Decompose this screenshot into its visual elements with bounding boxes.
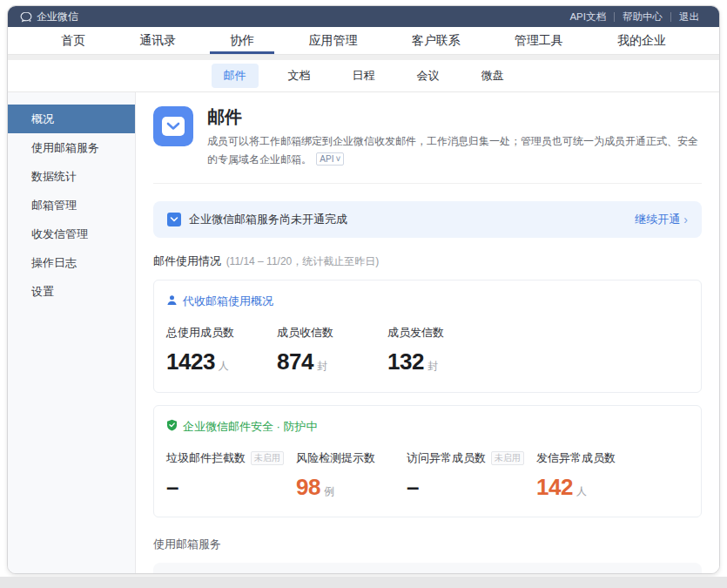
- mail-app-icon: [153, 106, 193, 146]
- api-label: API: [320, 153, 333, 165]
- stat-unit: 人: [219, 360, 229, 372]
- stat-unit: 例: [324, 485, 334, 497]
- nav-collaboration[interactable]: 协作: [221, 27, 263, 54]
- stat-label: 发信异常成员数: [536, 450, 647, 466]
- domain-row: 企业域名 tangyun.com 开通中 继续开通 ···: [153, 563, 702, 573]
- disabled-badge: 未启用: [251, 451, 284, 465]
- stat-value: 132封: [387, 349, 498, 375]
- main-content: 邮件 成员可以将工作邮箱绑定到企业微信收发邮件，工作消息归集一处；管理员也可统一…: [136, 92, 719, 573]
- notice-text: 企业微信邮箱服务尚未开通完成: [189, 212, 347, 227]
- app-header: 邮件 成员可以将工作邮箱绑定到企业微信收发邮件，工作消息归集一处；管理员也可统一…: [153, 106, 702, 169]
- stat-number: 874: [277, 348, 313, 375]
- tab-drive[interactable]: 微盘: [469, 64, 516, 88]
- admin-window: 企业微信 API文档 帮助中心 退出 首页 通讯录 协作 应用管理 客户联系 管…: [7, 5, 720, 574]
- sidebar-item-send-receive[interactable]: 收发信管理: [8, 220, 135, 248]
- setup-notice-banner: 企业微信邮箱服务尚未开通完成 继续开通›: [153, 201, 702, 238]
- tab-calendar[interactable]: 日程: [340, 64, 387, 88]
- stat-value: 98例: [296, 475, 407, 500]
- api-docs-link[interactable]: API文档: [562, 10, 614, 24]
- usage-title: 邮件使用情况: [153, 254, 221, 267]
- nav-contacts[interactable]: 通讯录: [131, 27, 185, 54]
- chevron-down-icon: ˅: [335, 153, 340, 165]
- stat-number: –: [166, 474, 178, 500]
- stat-spam-blocked: 垃圾邮件拦截数未启用 –: [166, 450, 296, 500]
- stat-label: 总使用成员数: [166, 325, 277, 341]
- stat-total-members: 总使用成员数 1423人: [166, 325, 277, 375]
- disabled-badge: 未启用: [491, 451, 524, 465]
- sidebar: 概况 使用邮箱服务 数据统计 邮箱管理 收发信管理 操作日志 设置: [8, 92, 136, 573]
- app-description-text: 成员可以将工作邮箱绑定到企业微信收发邮件，工作消息归集一处；管理员也可统一为成员…: [207, 135, 698, 166]
- tab-meeting[interactable]: 会议: [405, 64, 452, 88]
- overview-card-title: 代收邮箱使用概况: [166, 294, 689, 309]
- nav-customer-contact[interactable]: 客户联系: [403, 27, 469, 54]
- security-card-title: 企业微信邮件安全 · 防护中: [166, 419, 689, 435]
- mail-notice-icon: [167, 213, 181, 226]
- sidebar-item-statistics[interactable]: 数据统计: [8, 162, 135, 191]
- usage-section-label: 邮件使用情况 (11/14 – 11/20，统计截止至昨日): [153, 253, 702, 269]
- stat-number: 132: [387, 348, 424, 375]
- stat-unit: 人: [576, 485, 587, 497]
- stat-abnormal-access: 访问异常成员数未启用 –: [407, 450, 536, 500]
- stat-risk-alerts: 风险检测提示数 98例: [296, 450, 407, 500]
- app-description: 成员可以将工作邮箱绑定到企业微信收发邮件，工作消息归集一处；管理员也可统一为成员…: [207, 132, 702, 169]
- sidebar-item-mailbox-management[interactable]: 邮箱管理: [8, 191, 135, 220]
- stat-number: –: [407, 474, 419, 500]
- stat-number: 142: [536, 474, 573, 500]
- mailbox-usage-card: 代收邮箱使用概况 总使用成员数 1423人 成员收信数 874封 成员发信数 1…: [153, 280, 702, 393]
- stat-abnormal-senders: 发信异常成员数 142人: [536, 450, 647, 500]
- sidebar-item-operation-log[interactable]: 操作日志: [8, 248, 135, 277]
- help-center-link[interactable]: 帮助中心: [615, 10, 670, 24]
- api-dropdown[interactable]: API˅: [316, 152, 344, 166]
- sidebar-item-settings[interactable]: 设置: [8, 277, 135, 306]
- stat-label: 风险检测提示数: [296, 450, 407, 466]
- page-title: 邮件: [207, 106, 702, 127]
- overview-stats: 总使用成员数 1423人 成员收信数 874封 成员发信数 132封: [166, 325, 689, 375]
- stat-value: 874封: [277, 349, 387, 375]
- logout-link[interactable]: 退出: [671, 10, 707, 24]
- brand: 企业微信: [20, 10, 78, 24]
- continue-setup-label: 继续开通: [635, 212, 680, 227]
- stat-received-mails: 成员收信数 874封: [277, 325, 387, 375]
- nav-admin-tools[interactable]: 管理工具: [506, 27, 572, 54]
- stat-label: 垃圾邮件拦截数未启用: [166, 450, 296, 466]
- topbar: 企业微信 API文档 帮助中心 退出: [8, 6, 719, 27]
- sidebar-item-mail-service[interactable]: 使用邮箱服务: [8, 133, 135, 162]
- stat-label: 成员收信数: [277, 325, 387, 341]
- page-background-strip: [0, 577, 727, 588]
- stat-label: 访问异常成员数未启用: [407, 450, 536, 466]
- usage-date-range: (11/14 – 11/20，统计截止至昨日): [226, 255, 380, 267]
- stat-sent-mails: 成员发信数 132封: [387, 325, 498, 375]
- main-nav: 首页 通讯录 协作 应用管理 客户联系 管理工具 我的企业: [8, 27, 719, 55]
- service-section-label: 使用邮箱服务: [153, 537, 702, 552]
- mail-security-card: 企业微信邮件安全 · 防护中 垃圾邮件拦截数未启用 – 风险检测提示数 98例 …: [153, 405, 702, 518]
- stat-number: 1423: [166, 348, 215, 375]
- stat-label-text: 垃圾邮件拦截数: [166, 450, 246, 466]
- nav-my-company[interactable]: 我的企业: [609, 27, 675, 54]
- stat-value: 142人: [536, 475, 647, 500]
- stat-value: –: [407, 475, 536, 500]
- nav-home[interactable]: 首页: [52, 27, 94, 54]
- nav-app-management[interactable]: 应用管理: [300, 27, 366, 54]
- stat-value: –: [166, 475, 296, 500]
- stat-label: 成员发信数: [387, 325, 498, 341]
- stat-number: 98: [296, 474, 320, 500]
- wecom-logo-icon: [20, 11, 32, 23]
- security-card-title-text: 企业微信邮件安全 · 防护中: [183, 419, 318, 435]
- sub-nav: 邮件 文档 日程 会议 微盘: [8, 60, 719, 92]
- shield-icon: [166, 419, 178, 434]
- topbar-links: API文档 帮助中心 退出: [562, 10, 707, 24]
- brand-name: 企业微信: [37, 10, 78, 24]
- stat-unit: 封: [317, 360, 327, 372]
- continue-setup-link[interactable]: 继续开通›: [635, 212, 688, 227]
- security-stats: 垃圾邮件拦截数未启用 – 风险检测提示数 98例 访问异常成员数未启用 – 发信…: [166, 450, 689, 500]
- stat-unit: 封: [427, 360, 438, 372]
- chevron-right-icon: ›: [683, 213, 688, 226]
- divider: [153, 183, 702, 184]
- overview-card-title-text: 代收邮箱使用概况: [183, 294, 273, 309]
- stat-value: 1423人: [166, 349, 277, 375]
- tab-docs[interactable]: 文档: [276, 64, 323, 88]
- person-icon: [166, 294, 178, 308]
- sidebar-item-overview[interactable]: 概况: [8, 105, 135, 133]
- tab-mail[interactable]: 邮件: [212, 64, 259, 88]
- stat-label-text: 访问异常成员数: [407, 450, 486, 466]
